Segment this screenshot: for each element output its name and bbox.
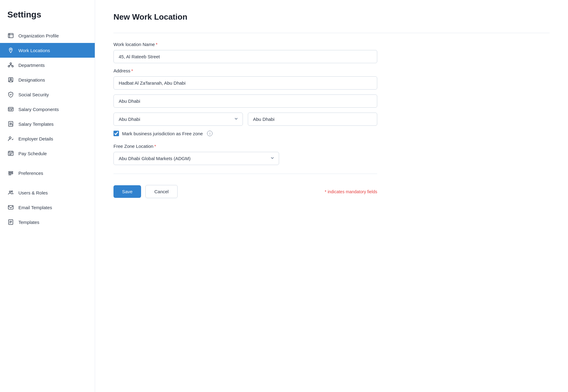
sidebar-title: Settings bbox=[0, 10, 95, 28]
free-zone-select[interactable]: Abu Dhabi Global Markets (ADGM) Dubai Mu… bbox=[113, 152, 279, 165]
svg-point-21 bbox=[12, 125, 13, 125]
sidebar-item-pay-schedule[interactable]: Pay Schedule bbox=[0, 146, 95, 161]
state-select-wrap: Abu Dhabi Dubai Sharjah bbox=[113, 113, 243, 126]
svg-point-5 bbox=[8, 66, 10, 67]
sidebar-item-label: Pay Schedule bbox=[18, 151, 47, 156]
mandatory-note: * indicates mandatory fields bbox=[325, 189, 377, 194]
svg-rect-34 bbox=[8, 206, 13, 209]
preferences-icon bbox=[7, 170, 14, 176]
actions-row: Save Cancel * indicates mandatory fields bbox=[113, 183, 377, 198]
svg-point-4 bbox=[10, 63, 12, 64]
work-location-name-field: Work location Name* bbox=[113, 42, 377, 63]
sidebar-item-label: Departments bbox=[18, 63, 45, 68]
country-input[interactable] bbox=[248, 113, 377, 126]
svg-point-33 bbox=[11, 191, 13, 192]
sidebar-item-label: Designations bbox=[18, 77, 45, 83]
salary-components-icon bbox=[7, 106, 14, 113]
sidebar-item-label: Preferences bbox=[18, 171, 43, 176]
sidebar-item-employer-details[interactable]: Employer Details bbox=[0, 131, 95, 146]
address-line1-input[interactable] bbox=[113, 76, 377, 90]
sidebar-item-organization-profile[interactable]: Organization Profile bbox=[0, 28, 95, 43]
sidebar-item-work-locations[interactable]: Work Locations bbox=[0, 43, 95, 58]
top-divider bbox=[113, 33, 550, 33]
sidebar-item-label: Organization Profile bbox=[18, 33, 59, 38]
templates-icon bbox=[7, 219, 14, 225]
departments-icon bbox=[7, 62, 14, 68]
sidebar-item-label: Email Templates bbox=[18, 205, 52, 210]
free-zone-checkbox-label[interactable]: Mark business jurisdiction as Free zone bbox=[122, 131, 203, 136]
svg-point-14 bbox=[9, 110, 10, 110]
free-zone-checkbox-row: Mark business jurisdiction as Free zone … bbox=[113, 131, 377, 136]
pay-schedule-icon bbox=[7, 150, 14, 157]
sidebar-item-label: Work Locations bbox=[18, 48, 50, 53]
state-select[interactable]: Abu Dhabi Dubai Sharjah bbox=[113, 113, 243, 126]
designations-icon bbox=[7, 76, 14, 83]
required-star-address: * bbox=[131, 68, 133, 73]
svg-point-22 bbox=[9, 137, 11, 139]
free-zone-select-wrap: Abu Dhabi Global Markets (ADGM) Dubai Mu… bbox=[113, 152, 279, 165]
address-label: Address* bbox=[113, 68, 377, 73]
svg-line-8 bbox=[9, 65, 11, 66]
free-zone-label: Free Zone Location* bbox=[113, 144, 377, 149]
info-icon[interactable]: i bbox=[207, 131, 213, 136]
svg-point-11 bbox=[10, 79, 12, 80]
email-templates-icon bbox=[7, 204, 14, 211]
address-state-country-row: Abu Dhabi Dubai Sharjah bbox=[113, 113, 377, 126]
page-title: New Work Location bbox=[113, 12, 550, 22]
svg-rect-23 bbox=[8, 151, 13, 156]
free-zone-checkbox[interactable] bbox=[113, 131, 119, 136]
sidebar-item-label: Social Security bbox=[18, 92, 49, 97]
bottom-divider bbox=[113, 174, 377, 174]
sidebar-item-email-templates[interactable]: Email Templates bbox=[0, 200, 95, 215]
required-star-name: * bbox=[156, 42, 158, 47]
svg-line-9 bbox=[11, 65, 13, 66]
main-content: New Work Location Work location Name* Ad… bbox=[95, 0, 568, 392]
sidebar-item-label: Templates bbox=[18, 220, 39, 225]
address-line2-field bbox=[113, 94, 377, 108]
form-section: Work location Name* Address* Abu Dhabi D… bbox=[113, 42, 377, 198]
sidebar-item-users-roles[interactable]: Users & Roles bbox=[0, 185, 95, 200]
work-location-name-input[interactable] bbox=[113, 50, 377, 63]
svg-rect-29 bbox=[9, 171, 13, 172]
svg-point-32 bbox=[10, 191, 11, 193]
work-location-name-label: Work location Name* bbox=[113, 42, 377, 47]
svg-point-3 bbox=[10, 49, 11, 50]
address-line2-input[interactable] bbox=[113, 94, 377, 108]
address-line1-field bbox=[113, 76, 377, 90]
sidebar-item-label: Salary Templates bbox=[18, 121, 54, 127]
svg-rect-12 bbox=[8, 107, 13, 111]
social-security-icon bbox=[7, 91, 14, 98]
country-input-wrap bbox=[248, 113, 377, 126]
svg-point-6 bbox=[12, 66, 13, 67]
svg-rect-0 bbox=[8, 33, 13, 38]
cancel-button[interactable]: Cancel bbox=[145, 185, 178, 198]
sidebar-item-salary-components[interactable]: Salary Components bbox=[0, 102, 95, 117]
sidebar-item-salary-templates[interactable]: Salary Templates bbox=[0, 117, 95, 131]
users-roles-icon bbox=[7, 189, 14, 196]
free-zone-section: Free Zone Location* Abu Dhabi Global Mar… bbox=[113, 144, 377, 165]
sidebar-item-label: Employer Details bbox=[18, 136, 53, 141]
sidebar-item-preferences[interactable]: Preferences bbox=[0, 166, 95, 180]
employer-details-icon bbox=[7, 135, 14, 142]
sidebar-item-templates[interactable]: Templates bbox=[0, 215, 95, 229]
salary-templates-icon bbox=[7, 121, 14, 127]
sidebar-item-label: Salary Components bbox=[18, 107, 59, 112]
location-icon bbox=[7, 47, 14, 54]
sidebar-item-social-security[interactable]: Social Security bbox=[0, 87, 95, 102]
sidebar-item-label: Users & Roles bbox=[18, 190, 48, 195]
sidebar-item-departments[interactable]: Departments bbox=[0, 58, 95, 72]
svg-rect-31 bbox=[9, 175, 11, 175]
save-button[interactable]: Save bbox=[113, 185, 141, 198]
required-star-freezone: * bbox=[154, 144, 156, 149]
svg-rect-30 bbox=[9, 173, 13, 174]
sidebar-item-designations[interactable]: Designations bbox=[0, 72, 95, 87]
sidebar: Settings Organization Profile Work Locat… bbox=[0, 0, 95, 392]
org-icon bbox=[7, 32, 14, 39]
